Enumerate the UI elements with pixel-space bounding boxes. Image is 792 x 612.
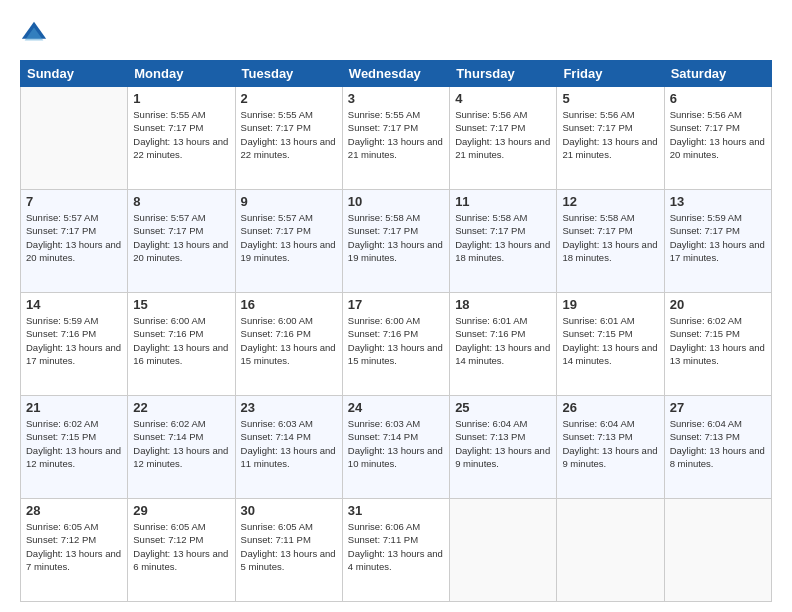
logo-icon xyxy=(20,20,48,48)
day-number: 28 xyxy=(26,503,122,518)
day-info: Sunrise: 6:00 AMSunset: 7:16 PMDaylight:… xyxy=(348,314,444,367)
day-number: 15 xyxy=(133,297,229,312)
week-row-4: 21Sunrise: 6:02 AMSunset: 7:15 PMDayligh… xyxy=(21,396,772,499)
day-info: Sunrise: 6:02 AMSunset: 7:15 PMDaylight:… xyxy=(670,314,766,367)
logo xyxy=(20,20,52,48)
day-cell: 12Sunrise: 5:58 AMSunset: 7:17 PMDayligh… xyxy=(557,190,664,293)
day-number: 27 xyxy=(670,400,766,415)
day-info: Sunrise: 6:02 AMSunset: 7:15 PMDaylight:… xyxy=(26,417,122,470)
day-number: 30 xyxy=(241,503,337,518)
day-number: 6 xyxy=(670,91,766,106)
day-info: Sunrise: 5:57 AMSunset: 7:17 PMDaylight:… xyxy=(26,211,122,264)
week-row-5: 28Sunrise: 6:05 AMSunset: 7:12 PMDayligh… xyxy=(21,499,772,602)
day-number: 29 xyxy=(133,503,229,518)
day-cell: 1Sunrise: 5:55 AMSunset: 7:17 PMDaylight… xyxy=(128,87,235,190)
day-cell: 11Sunrise: 5:58 AMSunset: 7:17 PMDayligh… xyxy=(450,190,557,293)
day-number: 13 xyxy=(670,194,766,209)
day-cell: 26Sunrise: 6:04 AMSunset: 7:13 PMDayligh… xyxy=(557,396,664,499)
day-cell xyxy=(557,499,664,602)
day-cell: 21Sunrise: 6:02 AMSunset: 7:15 PMDayligh… xyxy=(21,396,128,499)
day-number: 20 xyxy=(670,297,766,312)
day-info: Sunrise: 6:00 AMSunset: 7:16 PMDaylight:… xyxy=(133,314,229,367)
day-info: Sunrise: 5:58 AMSunset: 7:17 PMDaylight:… xyxy=(455,211,551,264)
day-cell: 7Sunrise: 5:57 AMSunset: 7:17 PMDaylight… xyxy=(21,190,128,293)
week-row-3: 14Sunrise: 5:59 AMSunset: 7:16 PMDayligh… xyxy=(21,293,772,396)
day-cell: 22Sunrise: 6:02 AMSunset: 7:14 PMDayligh… xyxy=(128,396,235,499)
day-info: Sunrise: 5:59 AMSunset: 7:16 PMDaylight:… xyxy=(26,314,122,367)
day-number: 16 xyxy=(241,297,337,312)
day-cell: 30Sunrise: 6:05 AMSunset: 7:11 PMDayligh… xyxy=(235,499,342,602)
day-cell: 9Sunrise: 5:57 AMSunset: 7:17 PMDaylight… xyxy=(235,190,342,293)
day-info: Sunrise: 6:05 AMSunset: 7:11 PMDaylight:… xyxy=(241,520,337,573)
day-cell: 4Sunrise: 5:56 AMSunset: 7:17 PMDaylight… xyxy=(450,87,557,190)
day-number: 9 xyxy=(241,194,337,209)
day-cell: 13Sunrise: 5:59 AMSunset: 7:17 PMDayligh… xyxy=(664,190,771,293)
day-info: Sunrise: 5:55 AMSunset: 7:17 PMDaylight:… xyxy=(241,108,337,161)
day-cell: 3Sunrise: 5:55 AMSunset: 7:17 PMDaylight… xyxy=(342,87,449,190)
header-row: SundayMondayTuesdayWednesdayThursdayFrid… xyxy=(21,61,772,87)
day-number: 26 xyxy=(562,400,658,415)
day-cell: 5Sunrise: 5:56 AMSunset: 7:17 PMDaylight… xyxy=(557,87,664,190)
day-number: 22 xyxy=(133,400,229,415)
day-info: Sunrise: 5:57 AMSunset: 7:17 PMDaylight:… xyxy=(241,211,337,264)
day-info: Sunrise: 5:58 AMSunset: 7:17 PMDaylight:… xyxy=(348,211,444,264)
col-header-thursday: Thursday xyxy=(450,61,557,87)
day-info: Sunrise: 5:56 AMSunset: 7:17 PMDaylight:… xyxy=(455,108,551,161)
col-header-saturday: Saturday xyxy=(664,61,771,87)
day-info: Sunrise: 5:56 AMSunset: 7:17 PMDaylight:… xyxy=(562,108,658,161)
day-info: Sunrise: 6:05 AMSunset: 7:12 PMDaylight:… xyxy=(133,520,229,573)
day-info: Sunrise: 6:01 AMSunset: 7:16 PMDaylight:… xyxy=(455,314,551,367)
day-number: 21 xyxy=(26,400,122,415)
day-cell: 19Sunrise: 6:01 AMSunset: 7:15 PMDayligh… xyxy=(557,293,664,396)
day-cell xyxy=(450,499,557,602)
day-info: Sunrise: 6:00 AMSunset: 7:16 PMDaylight:… xyxy=(241,314,337,367)
day-number: 10 xyxy=(348,194,444,209)
day-number: 23 xyxy=(241,400,337,415)
day-number: 3 xyxy=(348,91,444,106)
day-info: Sunrise: 6:03 AMSunset: 7:14 PMDaylight:… xyxy=(241,417,337,470)
day-cell: 24Sunrise: 6:03 AMSunset: 7:14 PMDayligh… xyxy=(342,396,449,499)
col-header-wednesday: Wednesday xyxy=(342,61,449,87)
day-number: 14 xyxy=(26,297,122,312)
day-info: Sunrise: 5:55 AMSunset: 7:17 PMDaylight:… xyxy=(348,108,444,161)
day-cell: 28Sunrise: 6:05 AMSunset: 7:12 PMDayligh… xyxy=(21,499,128,602)
day-info: Sunrise: 6:05 AMSunset: 7:12 PMDaylight:… xyxy=(26,520,122,573)
col-header-friday: Friday xyxy=(557,61,664,87)
day-cell: 2Sunrise: 5:55 AMSunset: 7:17 PMDaylight… xyxy=(235,87,342,190)
day-number: 18 xyxy=(455,297,551,312)
day-info: Sunrise: 5:58 AMSunset: 7:17 PMDaylight:… xyxy=(562,211,658,264)
day-info: Sunrise: 5:57 AMSunset: 7:17 PMDaylight:… xyxy=(133,211,229,264)
day-cell: 16Sunrise: 6:00 AMSunset: 7:16 PMDayligh… xyxy=(235,293,342,396)
day-number: 1 xyxy=(133,91,229,106)
day-number: 19 xyxy=(562,297,658,312)
day-cell: 15Sunrise: 6:00 AMSunset: 7:16 PMDayligh… xyxy=(128,293,235,396)
day-cell: 17Sunrise: 6:00 AMSunset: 7:16 PMDayligh… xyxy=(342,293,449,396)
day-info: Sunrise: 6:06 AMSunset: 7:11 PMDaylight:… xyxy=(348,520,444,573)
day-number: 25 xyxy=(455,400,551,415)
day-number: 12 xyxy=(562,194,658,209)
day-cell xyxy=(664,499,771,602)
day-number: 4 xyxy=(455,91,551,106)
day-cell xyxy=(21,87,128,190)
calendar: SundayMondayTuesdayWednesdayThursdayFrid… xyxy=(20,60,772,602)
day-info: Sunrise: 6:04 AMSunset: 7:13 PMDaylight:… xyxy=(670,417,766,470)
day-info: Sunrise: 5:56 AMSunset: 7:17 PMDaylight:… xyxy=(670,108,766,161)
day-cell: 14Sunrise: 5:59 AMSunset: 7:16 PMDayligh… xyxy=(21,293,128,396)
day-cell: 6Sunrise: 5:56 AMSunset: 7:17 PMDaylight… xyxy=(664,87,771,190)
day-number: 5 xyxy=(562,91,658,106)
day-cell: 29Sunrise: 6:05 AMSunset: 7:12 PMDayligh… xyxy=(128,499,235,602)
day-cell: 20Sunrise: 6:02 AMSunset: 7:15 PMDayligh… xyxy=(664,293,771,396)
day-number: 11 xyxy=(455,194,551,209)
col-header-tuesday: Tuesday xyxy=(235,61,342,87)
day-number: 24 xyxy=(348,400,444,415)
col-header-sunday: Sunday xyxy=(21,61,128,87)
day-number: 31 xyxy=(348,503,444,518)
day-info: Sunrise: 6:04 AMSunset: 7:13 PMDaylight:… xyxy=(562,417,658,470)
day-info: Sunrise: 5:55 AMSunset: 7:17 PMDaylight:… xyxy=(133,108,229,161)
week-row-1: 1Sunrise: 5:55 AMSunset: 7:17 PMDaylight… xyxy=(21,87,772,190)
day-number: 8 xyxy=(133,194,229,209)
day-number: 17 xyxy=(348,297,444,312)
day-info: Sunrise: 5:59 AMSunset: 7:17 PMDaylight:… xyxy=(670,211,766,264)
day-number: 7 xyxy=(26,194,122,209)
day-info: Sunrise: 6:01 AMSunset: 7:15 PMDaylight:… xyxy=(562,314,658,367)
